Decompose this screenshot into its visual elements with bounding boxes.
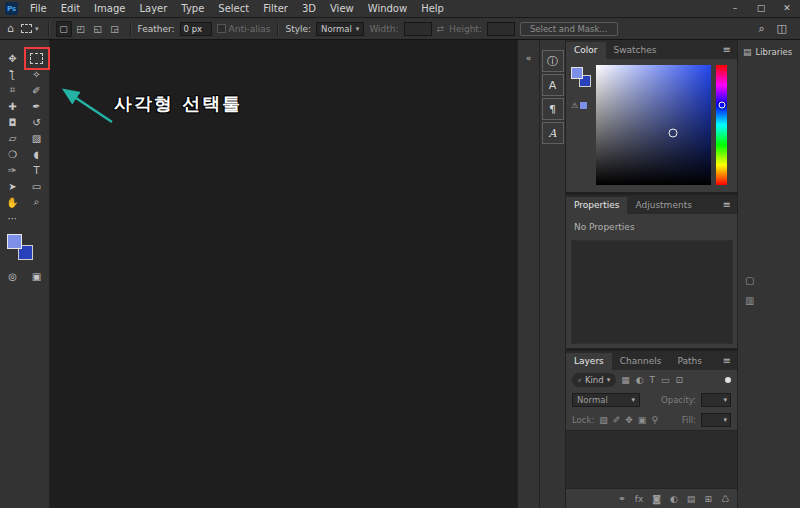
quick-selection-tool[interactable]: ✧: [27, 66, 47, 82]
foreground-color-swatch-small[interactable]: [571, 67, 583, 79]
swap-dimensions-icon[interactable]: ⇄: [437, 24, 445, 34]
color-picker-cursor[interactable]: [669, 129, 678, 138]
menu-item[interactable]: Window: [361, 0, 414, 17]
lock-transparency-icon[interactable]: ▨: [599, 415, 608, 425]
filter-shape-layers-icon[interactable]: ▭: [661, 375, 670, 385]
subtract-selection-icon[interactable]: ◱: [90, 21, 106, 37]
move-tool[interactable]: ✥: [3, 50, 23, 66]
info-panel-icon[interactable]: ⓘ: [542, 50, 564, 72]
feather-input[interactable]: 0 px: [180, 22, 212, 36]
filter-adjustment-layers-icon[interactable]: ◐: [636, 375, 644, 385]
gamut-color-swatch[interactable]: [580, 102, 587, 109]
lock-position-icon[interactable]: ✥: [625, 415, 633, 425]
antialias-option[interactable]: Anti-alias: [217, 24, 271, 34]
tab-properties[interactable]: Properties: [566, 197, 627, 214]
adjustment-layer-icon[interactable]: ◐: [670, 494, 678, 504]
brush-tool[interactable]: ✒: [27, 98, 47, 114]
height-input[interactable]: [487, 22, 515, 36]
path-selection-tool[interactable]: ➤: [3, 178, 23, 194]
menu-item[interactable]: Layer: [132, 0, 174, 17]
filter-smart-objects-icon[interactable]: ⊡: [676, 375, 684, 385]
crop-tool[interactable]: ⌗: [3, 82, 23, 98]
close-button[interactable]: ✕: [774, 0, 800, 17]
gamut-warning-icon[interactable]: ⚠: [571, 101, 578, 110]
filter-pixel-layers-icon[interactable]: ▦: [621, 375, 630, 385]
hand-tool[interactable]: ✋: [3, 194, 23, 210]
intersect-selection-icon[interactable]: ◲: [107, 21, 123, 37]
menu-item[interactable]: Filter: [256, 0, 295, 17]
select-and-mask-button[interactable]: Select and Mask...: [520, 22, 618, 36]
workspace-switcher-icon[interactable]: ◫: [777, 22, 787, 35]
antialias-checkbox[interactable]: [217, 24, 226, 33]
tab-channels[interactable]: Channels: [612, 353, 670, 370]
character-panel-icon[interactable]: A: [542, 74, 564, 96]
libraries-dock-icon-upper[interactable]: ▢: [745, 275, 754, 286]
filter-toggle-icon[interactable]: [725, 377, 731, 383]
tab-adjustments[interactable]: Adjustments: [627, 197, 699, 214]
libraries-tab[interactable]: ▤ Libraries: [738, 40, 800, 64]
menu-item[interactable]: Image: [87, 0, 132, 17]
delete-layer-icon[interactable]: ♺: [721, 494, 729, 504]
home-icon[interactable]: ⌂: [7, 22, 14, 35]
tab-paths[interactable]: Paths: [669, 353, 709, 370]
menu-item[interactable]: View: [323, 0, 361, 17]
menu-item[interactable]: 3D: [295, 0, 323, 17]
rectangular-marquee-tool[interactable]: [27, 50, 47, 66]
search-icon[interactable]: ⌕: [758, 22, 764, 35]
lasso-tool[interactable]: ƪ: [3, 66, 23, 82]
layers-list[interactable]: [566, 430, 737, 489]
gradient-tool[interactable]: ▨: [27, 130, 47, 146]
maximize-button[interactable]: □: [748, 0, 774, 17]
rectangle-tool[interactable]: ▭: [27, 178, 47, 194]
fill-input[interactable]: ▾: [701, 413, 731, 427]
type-tool[interactable]: T: [27, 162, 47, 178]
paragraph-panel-icon[interactable]: ¶: [542, 98, 564, 120]
lock-artboard-icon[interactable]: ▣: [638, 415, 647, 425]
layer-effects-icon[interactable]: fx: [635, 494, 644, 504]
spot-healing-brush-tool[interactable]: ✚: [3, 98, 23, 114]
eyedropper-tool[interactable]: ✐: [27, 82, 47, 98]
glyphs-panel-icon[interactable]: A: [542, 122, 564, 144]
new-selection-icon[interactable]: ▢: [56, 21, 72, 37]
quick-mask-icon[interactable]: ◎: [3, 268, 23, 284]
screen-mode-icon[interactable]: ▣: [27, 268, 47, 284]
menu-item[interactable]: Type: [174, 0, 211, 17]
lock-pixels-icon[interactable]: ✐: [613, 415, 621, 425]
panel-menu-icon[interactable]: ≡: [717, 355, 737, 370]
layer-group-icon[interactable]: ▤: [687, 494, 696, 504]
link-layers-icon[interactable]: ⚭: [618, 494, 626, 504]
panel-menu-icon[interactable]: ≡: [717, 199, 737, 214]
pen-tool[interactable]: ✑: [3, 162, 23, 178]
lock-all-icon[interactable]: ⚲: [651, 415, 658, 425]
saturation-brightness-field[interactable]: [596, 65, 711, 185]
dodge-tool[interactable]: ◖: [27, 146, 47, 162]
filter-type-layers-icon[interactable]: T: [650, 375, 656, 385]
clone-stamp-tool[interactable]: ◘: [3, 114, 23, 130]
layer-filter-dropdown[interactable]: ⌕ Kind ▾: [572, 373, 616, 387]
menu-item[interactable]: Edit: [54, 0, 87, 17]
blend-mode-dropdown[interactable]: Normal ▾: [572, 393, 640, 407]
foreground-color-swatch[interactable]: [7, 234, 22, 249]
menu-item[interactable]: Help: [414, 0, 451, 17]
expand-panels-icon[interactable]: «: [526, 53, 532, 63]
tool-preset-picker[interactable]: ▾: [19, 24, 41, 33]
menu-item[interactable]: File: [23, 0, 54, 17]
canvas-area[interactable]: [50, 40, 517, 508]
minimize-button[interactable]: –: [722, 0, 748, 17]
layer-mask-icon[interactable]: ◙: [652, 494, 661, 504]
menu-item[interactable]: Select: [211, 0, 256, 17]
eraser-tool[interactable]: ▱: [3, 130, 23, 146]
history-brush-tool[interactable]: ↺: [27, 114, 47, 130]
edit-toolbar-icon[interactable]: ⋯: [3, 210, 23, 226]
tab-swatches[interactable]: Swatches: [606, 42, 665, 59]
tab-layers[interactable]: Layers: [566, 353, 612, 370]
hue-slider[interactable]: [716, 65, 727, 185]
add-selection-icon[interactable]: ◰: [73, 21, 89, 37]
zoom-tool[interactable]: ⌕: [27, 194, 47, 210]
opacity-input[interactable]: ▾: [701, 393, 731, 407]
width-input[interactable]: [404, 22, 432, 36]
panel-menu-icon[interactable]: ≡: [717, 44, 737, 59]
style-dropdown[interactable]: Normal ▾: [316, 22, 364, 36]
hue-slider-marker[interactable]: [718, 101, 725, 108]
tab-color[interactable]: Color: [566, 42, 606, 59]
